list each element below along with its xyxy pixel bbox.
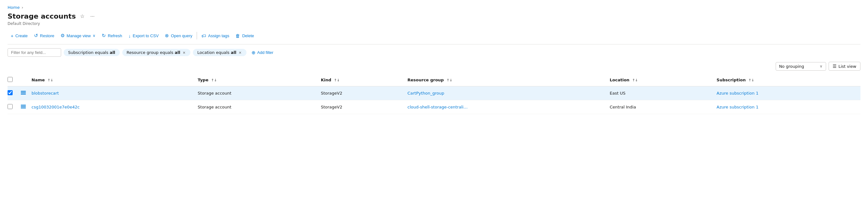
select-all-header[interactable] (7, 74, 19, 86)
restore-button[interactable]: ↺ Restore (31, 31, 58, 40)
manage-view-chevron: ∨ (93, 33, 95, 38)
col-rg-sort: ↑↓ (446, 78, 452, 82)
assign-tags-label: Assign tags (208, 33, 229, 38)
row2-rg-cell[interactable]: cloud-shell-storage-centrali… (404, 100, 606, 114)
storage-accounts-table: Name ↑↓ Type ↑↓ Kind ↑↓ Resource group ↑… (7, 74, 861, 114)
open-query-icon: ⊗ (165, 33, 169, 38)
refresh-icon: ↻ (102, 33, 106, 38)
row2-location-cell: Central India (606, 100, 713, 114)
add-filter-label: Add filter (257, 50, 273, 55)
filter-loc-close[interactable]: × (238, 51, 242, 55)
page-title: Storage accounts (7, 12, 75, 20)
pin-button[interactable]: ☆ (79, 12, 86, 20)
storage-icon (20, 104, 27, 110)
svg-rect-5 (21, 108, 26, 109)
filter-loc-text: Location equals all (197, 50, 237, 55)
col-kind-label: Kind (321, 78, 331, 82)
col-subscription[interactable]: Subscription ↑↓ (713, 74, 861, 86)
restore-label: Restore (40, 33, 55, 38)
table-row: blobstorecart Storage account StorageV2 … (7, 86, 861, 100)
row1-checkbox-cell[interactable] (7, 86, 19, 100)
list-view-icon: ☰ (833, 64, 837, 69)
col-type[interactable]: Type ↑↓ (194, 74, 317, 86)
row1-sub-cell[interactable]: Azure subscription 1 (713, 86, 861, 100)
col-loc-label: Location (610, 78, 630, 82)
breadcrumb-home[interactable]: Home (7, 5, 20, 10)
controls-row: No grouping ∨ ☰ List view (7, 62, 861, 70)
pin-icon: ☆ (80, 13, 85, 19)
svg-rect-2 (21, 94, 26, 94)
grouping-label: No grouping (779, 64, 804, 69)
row1-name-cell[interactable]: blobstorecart (28, 86, 194, 100)
export-icon: ↓ (128, 33, 131, 38)
row2-checkbox[interactable] (7, 104, 12, 109)
row2-name-cell[interactable]: csg10032001e7e0e42c (28, 100, 194, 114)
col-rg-label: Resource group (407, 78, 444, 82)
export-csv-button[interactable]: ↓ Export to CSV (125, 31, 162, 40)
svg-rect-1 (21, 92, 26, 93)
row1-type-cell: Storage account (194, 86, 317, 100)
row2-rg-link[interactable]: cloud-shell-storage-centrali… (407, 105, 468, 109)
row1-rg-cell[interactable]: CartPython_group (404, 86, 606, 100)
col-sub-label: Subscription (717, 78, 746, 82)
row1-kind-cell: StorageV2 (317, 86, 404, 100)
row2-sub-cell[interactable]: Azure subscription 1 (713, 100, 861, 114)
table-header-row: Name ↑↓ Type ↑↓ Kind ↑↓ Resource group ↑… (7, 74, 861, 86)
manage-view-button[interactable]: ⚙ Manage view ∨ (57, 31, 99, 40)
filter-tag-location: Location equals all × (193, 49, 246, 56)
row2-checkbox-cell[interactable] (7, 100, 19, 114)
col-kind[interactable]: Kind ↑↓ (317, 74, 404, 86)
filter-bar: Subscription equals all Resource group e… (7, 48, 861, 57)
breadcrumb-sep: › (22, 5, 23, 10)
col-name-label: Name (32, 78, 45, 82)
svg-rect-3 (21, 105, 26, 106)
more-button[interactable]: ··· (89, 13, 95, 20)
delete-button[interactable]: 🗑 Delete (232, 31, 257, 40)
filter-rg-close[interactable]: × (182, 51, 186, 55)
filter-tag-subscription: Subscription equals all (64, 49, 120, 56)
open-query-label: Open query (171, 33, 192, 38)
export-csv-label: Export to CSV (133, 33, 158, 38)
col-type-label: Type (197, 78, 208, 82)
filter-input[interactable] (7, 48, 61, 57)
col-type-sort: ↑↓ (211, 78, 217, 82)
grouping-select[interactable]: No grouping ∨ (776, 62, 826, 70)
col-location[interactable]: Location ↑↓ (606, 74, 713, 86)
delete-icon: 🗑 (236, 33, 240, 38)
assign-tags-button[interactable]: 🏷 Assign tags (198, 31, 232, 40)
create-label: Create (16, 33, 28, 38)
view-button[interactable]: ☰ List view (829, 62, 861, 70)
filter-sub-text: Subscription equals all (68, 50, 115, 55)
add-filter-icon: ⊕ (251, 50, 256, 56)
row1-rg-link[interactable]: CartPython_group (407, 91, 444, 95)
col-resource-group[interactable]: Resource group ↑↓ (404, 74, 606, 86)
add-filter-button[interactable]: ⊕ Add filter (249, 49, 276, 57)
create-button[interactable]: + Create (7, 31, 31, 40)
row2-sub-link[interactable]: Azure subscription 1 (717, 105, 758, 109)
filter-rg-text: Resource group equals all (127, 50, 180, 55)
svg-rect-0 (21, 91, 26, 92)
open-query-button[interactable]: ⊗ Open query (162, 31, 195, 40)
row2-type-cell: Storage account (194, 100, 317, 114)
page-subtitle: Default Directory (7, 22, 861, 26)
refresh-button[interactable]: ↻ Refresh (99, 31, 125, 40)
breadcrumb: Home › (7, 5, 861, 10)
view-label: List view (838, 64, 856, 69)
icon-col-header (19, 74, 28, 86)
delete-label: Delete (242, 33, 254, 38)
create-icon: + (11, 33, 13, 38)
toolbar: + Create ↺ Restore ⚙ Manage view ∨ ↻ Ref… (7, 31, 861, 45)
row1-icon-cell (19, 86, 28, 100)
col-sub-sort: ↑↓ (748, 78, 754, 82)
col-name[interactable]: Name ↑↓ (28, 74, 194, 86)
row2-name-link[interactable]: csg10032001e7e0e42c (32, 105, 80, 109)
row1-checkbox[interactable] (7, 90, 12, 95)
table-row: csg10032001e7e0e42c Storage account Stor… (7, 100, 861, 114)
select-all-checkbox[interactable] (7, 77, 12, 82)
restore-icon: ↺ (34, 33, 38, 38)
row2-icon-cell (19, 100, 28, 114)
col-loc-sort: ↑↓ (632, 78, 638, 82)
assign-tags-icon: 🏷 (202, 33, 206, 38)
row1-name-link[interactable]: blobstorecart (32, 91, 59, 95)
row1-sub-link[interactable]: Azure subscription 1 (717, 91, 758, 95)
